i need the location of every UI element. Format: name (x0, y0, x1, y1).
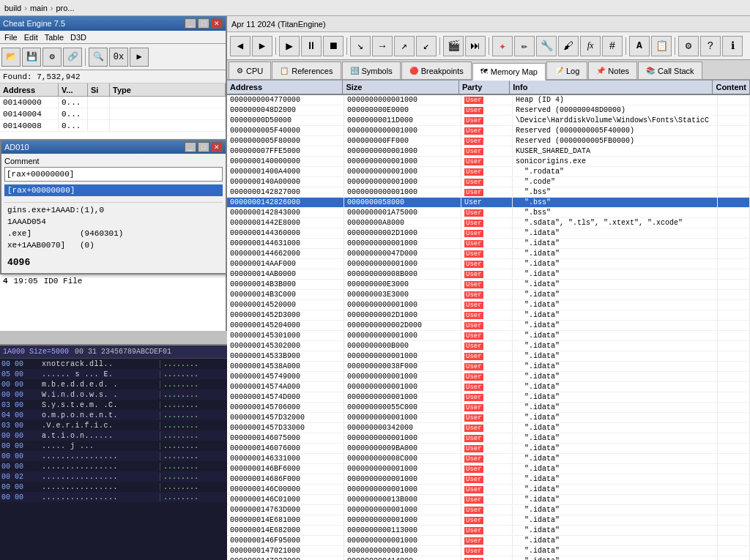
tab-log[interactable]: 📝 Log (546, 61, 587, 79)
tb-about[interactable]: ℹ (722, 36, 743, 56)
mm-row[interactable]: 00000001400A4000 0000000000001000 User "… (227, 167, 750, 177)
mm-row[interactable]: 0000000145706000 000000000055C000 User "… (227, 403, 750, 413)
mm-row[interactable]: 000000014574D000 0000000000001000 User "… (227, 392, 750, 403)
tb-settings2[interactable]: ⚙ (678, 36, 699, 56)
mm-row[interactable]: 0000000140A00000 0000000000001000 User "… (227, 177, 750, 187)
mm-row[interactable]: 0000000144631000 0000000000001000 User "… (227, 239, 750, 249)
mm-row[interactable]: 0000000142843000 0000000001A75000 User "… (227, 208, 750, 218)
tb-run[interactable]: ▶ (279, 36, 300, 56)
mm-row[interactable]: 0000000145302000 0000000000B000 User ".i… (227, 341, 750, 351)
tb-step-over[interactable]: → (372, 36, 393, 56)
mm-row[interactable]: 0000000048D2000 000000000E0000 User Rese… (227, 105, 750, 116)
tb-pause[interactable]: ⏸ (301, 36, 322, 56)
mm-row[interactable]: 0000000144360000 00000000002D1000 User "… (227, 228, 750, 239)
mm-row[interactable]: 00000001452D3000 00000000002D1000 User "… (227, 310, 750, 321)
mm-row[interactable]: 0000000145749000 0000000000001000 User "… (227, 372, 750, 382)
mm-row[interactable]: 0000000147021000 0000000000001000 User "… (227, 546, 750, 556)
mm-row[interactable]: 000000014AAF000 0000000000001000 User ".… (227, 259, 750, 269)
mm-row[interactable]: 000000014574A000 0000000000001000 User "… (227, 382, 750, 392)
address-table-row[interactable]: 00140000 0... (0, 97, 226, 108)
ce-tb-save[interactable]: 💾 (22, 48, 41, 67)
mm-row[interactable]: 000000014E682000 0000000000113000 User "… (227, 526, 750, 536)
tb-brush[interactable]: 🖌 (558, 36, 579, 56)
mm-row[interactable]: 0000000146C00000 0000000000001000 User "… (227, 485, 750, 495)
mm-row[interactable]: 0000000146331000 000000000008C000 User "… (227, 454, 750, 464)
mm-row[interactable]: 0000000005F40000 0000000000001000 User R… (227, 126, 750, 136)
sub-minimize[interactable]: _ (185, 142, 196, 152)
mm-row[interactable]: 0000000142827000 0000000000001000 User "… (227, 187, 750, 198)
ce-menu-file[interactable]: File (1, 32, 21, 42)
mm-row[interactable]: 0000000005F80000 000000000FF000 User Res… (227, 136, 750, 146)
tab-symbols[interactable]: 🔣 Symbols (342, 61, 401, 79)
ce-tb-settings[interactable]: ⚙ (42, 48, 62, 67)
mm-row[interactable]: 000000014B3B000 000000000E3000 User ".id… (227, 280, 750, 290)
tb-help[interactable]: ? (700, 36, 721, 56)
ce-menu-edit[interactable]: Edit (21, 32, 41, 42)
mm-row[interactable]: 000000014B3C000 000000003E3000 User ".id… (227, 290, 750, 300)
mm-row[interactable]: 0000000145301000 0000000000001000 User "… (227, 331, 750, 341)
tb-animate[interactable]: 🎬 (443, 36, 464, 56)
mm-row[interactable]: 0000000146075000 0000000000001000 User "… (227, 433, 750, 444)
tb-step-into[interactable]: ↘ (350, 36, 371, 56)
tab-references[interactable]: 📋 References (272, 61, 341, 79)
mm-row[interactable]: 0000000145204000 0000000000002D000 User … (227, 321, 750, 331)
ce-tb-run[interactable]: ▶ (130, 48, 149, 67)
comment-input[interactable] (4, 167, 223, 182)
mm-row[interactable]: 000000014AB0000 000000000008B000 User ".… (227, 269, 750, 280)
tab-call-stack[interactable]: 📚 Call Stack (638, 61, 702, 79)
mm-row[interactable]: 000000014538A000 000000000038F000 User "… (227, 362, 750, 372)
mm-row[interactable]: 00000001457D32000 0000000000001000 User … (227, 413, 750, 423)
sub-maximize[interactable]: □ (198, 142, 209, 152)
ce-maximize-btn[interactable]: □ (198, 18, 209, 29)
ce-tb-attach[interactable]: 🔗 (63, 48, 82, 67)
mm-row[interactable]: 0000000146C01000 000000000013B000 User "… (227, 495, 750, 505)
mm-row[interactable]: 0000000146076000 00000000009BA000 User "… (227, 444, 750, 454)
mm-row[interactable]: 00000001457D33000 000000000342000 User "… (227, 423, 750, 433)
tb-forward[interactable]: ▶ (252, 36, 272, 56)
ce-tb-scan[interactable]: 🔍 (89, 48, 108, 67)
mm-row[interactable]: 0000000004770000 0000000000001000 User H… (227, 95, 750, 105)
mm-row[interactable]: 000000014520000 0000000000001000 User ".… (227, 300, 750, 310)
tb-until[interactable]: ⏭ (465, 36, 486, 56)
mm-row[interactable]: 0000000146BF6000 0000000000001000 User "… (227, 464, 750, 474)
ce-menu-d3d[interactable]: D3D (67, 32, 89, 42)
mm-row[interactable]: 000000007FFE5000 0000000000001000 User K… (227, 146, 750, 157)
mm-row[interactable]: 0000000144662000 000000000047D000 User "… (227, 249, 750, 259)
mm-row[interactable]: 0000000140000000 0000000000001000 User s… (227, 157, 750, 167)
tab-breakpoints[interactable]: 🔴 Breakpoints (401, 61, 472, 79)
tb-pencil[interactable]: ✏ (514, 36, 535, 56)
tb-copy[interactable]: 📋 (651, 36, 672, 56)
mm-row[interactable]: 000000014E681000 0000000000001000 User "… (227, 515, 750, 526)
tb-hash[interactable]: # (602, 36, 623, 56)
tab-cpu[interactable]: ⚙ CPU (229, 61, 271, 79)
mm-row[interactable]: 0000000146F95000 0000000000001000 User "… (227, 536, 750, 546)
sub-close[interactable]: ✕ (211, 142, 223, 152)
tb-fx[interactable]: fx (580, 36, 601, 56)
breadcrumb-main[interactable]: main (30, 4, 48, 12)
ce-close-btn[interactable]: ✕ (211, 18, 223, 29)
tb-patch[interactable]: 🔧 (536, 36, 557, 56)
ce-tb-hex[interactable]: 0x (109, 48, 128, 67)
mm-row[interactable]: 000000014686F000 0000000000001000 User "… (227, 474, 750, 485)
ce-minimize-btn[interactable]: _ (185, 18, 196, 29)
tb-highlight[interactable]: ✦ (492, 36, 513, 56)
breadcrumb-pro[interactable]: pro... (56, 4, 74, 12)
tb-back[interactable]: ◀ (230, 36, 250, 56)
ce-tb-open[interactable]: 📂 (1, 48, 21, 67)
mm-row[interactable]: 0000000147022000 000000000414000 User ".… (227, 556, 750, 560)
tab-notes[interactable]: 📌 Notes (588, 61, 637, 79)
breadcrumb-build[interactable]: build (4, 4, 21, 12)
tb-font-a[interactable]: A (629, 36, 650, 56)
tb-stop[interactable]: ⏹ (323, 36, 344, 56)
tb-step-out[interactable]: ↗ (394, 36, 415, 56)
mm-row[interactable]: 00000000D50000 00000000011D000 User \Dev… (227, 116, 750, 126)
mm-row[interactable]: 000000014533B900 0000000000001000 User "… (227, 351, 750, 362)
address-table-row[interactable]: 00140004 0... (0, 108, 226, 120)
mm-row[interactable]: 00000001442E8000 00000000A8000 User ".sd… (227, 218, 750, 228)
mm-row[interactable]: 000000014763D000 0000000000001000 User "… (227, 505, 750, 515)
tb-step-back[interactable]: ↙ (416, 36, 437, 56)
mm-row-selected[interactable]: 0000000142826000 0000000058000 User ".bs… (227, 198, 750, 208)
address-table-row[interactable]: 00140008 0... (0, 120, 226, 132)
ce-menu-table[interactable]: Table (42, 32, 67, 42)
tab-memory-map[interactable]: 🗺 Memory Map (472, 63, 546, 81)
